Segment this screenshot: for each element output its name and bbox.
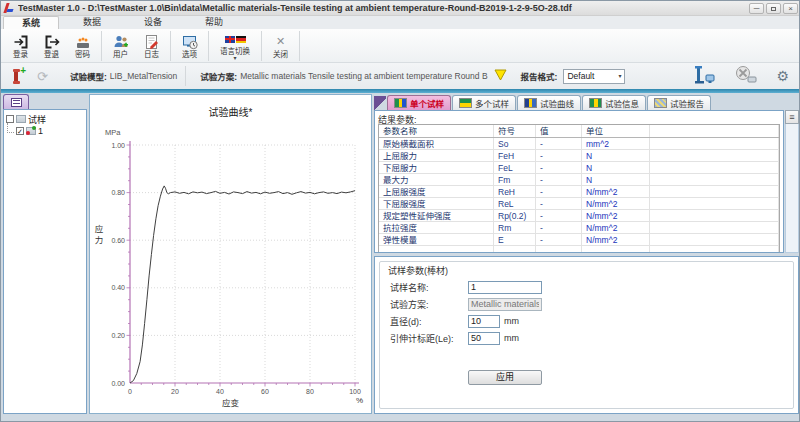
specimen-checkbox[interactable]: ✓ bbox=[16, 127, 24, 135]
table-row[interactable]: 下屈服力FeL-N bbox=[379, 162, 779, 174]
testmaster-window: TestMaster 1.0 - D:\TestMaster 1.0\Bin\d… bbox=[0, 0, 800, 422]
list-icon bbox=[11, 98, 22, 107]
table-row-empty bbox=[379, 246, 779, 253]
menu-tab-help[interactable]: 帮助 bbox=[186, 16, 242, 29]
test-scheme-value: Metallic materials Tensile testing at am… bbox=[240, 71, 487, 81]
scheme-label: 试验方案: bbox=[390, 298, 468, 311]
tree-root-label: 试样 bbox=[28, 113, 46, 126]
svg-text:0.00: 0.00 bbox=[111, 380, 125, 387]
menu-tab-system[interactable]: 系统 bbox=[3, 16, 59, 29]
tab-test-report[interactable]: 试验报告 bbox=[647, 95, 711, 110]
menu-tab-data[interactable]: 数据 bbox=[64, 16, 120, 29]
panel-menu-button[interactable]: ≡ bbox=[785, 110, 799, 124]
log-button[interactable]: 日志 bbox=[136, 30, 167, 62]
stress-strain-chart: 0204060801000.000.200.400.600.801.00 bbox=[90, 95, 373, 413]
close-button[interactable]: × bbox=[783, 3, 798, 14]
specimen-tree-panel: 试样 ✓ 1 bbox=[3, 94, 87, 414]
root-checkbox[interactable] bbox=[6, 115, 14, 123]
restore-button[interactable] bbox=[766, 3, 781, 14]
new-specimen-icon[interactable]: + bbox=[11, 68, 25, 85]
table-row[interactable]: 上屈服强度ReH-N/mm^2 bbox=[379, 186, 779, 198]
password-icon bbox=[75, 34, 91, 50]
title-bar: TestMaster 1.0 - D:\TestMaster 1.0\Bin\d… bbox=[1, 1, 800, 16]
settings-gear-icon[interactable]: ⚙ bbox=[776, 68, 789, 84]
language-flags-icon bbox=[225, 31, 246, 47]
refresh-icon[interactable]: ⟳ bbox=[37, 69, 48, 84]
toolbar-separator bbox=[170, 31, 171, 61]
vertical-scrollbar[interactable] bbox=[785, 124, 799, 253]
scheme-input bbox=[468, 298, 542, 311]
test-config-bar: + ⟳ 试验模型: LIB_MetalTension 试验方案: Metalli… bbox=[1, 63, 800, 89]
table-row[interactable]: 规定塑性延伸强度Rp(0.2)-N/mm^2 bbox=[379, 210, 779, 222]
app-logo-icon bbox=[4, 3, 14, 13]
y-axis-unit: MPa bbox=[105, 128, 120, 137]
table-row[interactable]: 原始横截面积So-mm^2 bbox=[379, 138, 779, 150]
test-info-icon bbox=[589, 98, 602, 108]
specimen-folder-icon bbox=[16, 115, 26, 123]
language-switch-button[interactable]: 语言切换 ▾ bbox=[212, 30, 258, 62]
test-model-label: 试验模型: bbox=[70, 70, 107, 82]
minimize-button[interactable]: ─ bbox=[749, 3, 764, 14]
log-icon bbox=[144, 34, 160, 50]
table-header: 参数名称 符号 值 单位 bbox=[379, 125, 779, 138]
table-row[interactable]: 抗拉强度Rm-N/mm^2 bbox=[379, 222, 779, 234]
tab-test-curve[interactable]: 试验曲线 bbox=[517, 95, 581, 110]
tab-test-info[interactable]: 试验信息 bbox=[582, 95, 646, 110]
gauge-length-label: 引伸计标距(Le): bbox=[390, 332, 468, 345]
machine-status-icon[interactable] bbox=[694, 65, 716, 87]
chevron-down-icon: ▾ bbox=[618, 74, 621, 78]
login-icon bbox=[13, 34, 29, 50]
result-tabs: 单个试样 多个试样 试验曲线 试验信息 试验报告 bbox=[374, 94, 799, 110]
tree-node-specimen-1[interactable]: ✓ 1 bbox=[15, 125, 84, 137]
tab-multi-specimen[interactable]: 多个试样 bbox=[452, 95, 516, 110]
report-format-value: Default bbox=[567, 71, 594, 81]
login-button[interactable]: 登录 bbox=[5, 30, 36, 62]
users-button[interactable]: 用户 bbox=[105, 30, 136, 62]
specimen-name-input[interactable] bbox=[468, 281, 542, 294]
x-axis-label: 应变 bbox=[90, 396, 371, 408]
table-row[interactable]: 上屈服力FeH-N bbox=[379, 150, 779, 162]
svg-text:40: 40 bbox=[216, 388, 224, 395]
test-model-value: LIB_MetalTension bbox=[110, 71, 178, 81]
svg-text:80: 80 bbox=[306, 388, 314, 395]
results-side-strip: ≡ bbox=[785, 110, 799, 253]
logout-button[interactable]: 登退 bbox=[36, 30, 67, 62]
filter-icon[interactable] bbox=[494, 69, 507, 83]
options-icon bbox=[182, 34, 198, 50]
tree-connector bbox=[7, 123, 14, 133]
window-title: TestMaster 1.0 - D:\TestMaster 1.0\Bin\d… bbox=[18, 3, 749, 13]
apply-button[interactable]: 应用 bbox=[468, 370, 542, 385]
y-axis-label: 应力 bbox=[92, 225, 104, 246]
close-tool-button[interactable]: ✕ 关闭 bbox=[265, 30, 296, 62]
chevron-down-icon: ▾ bbox=[233, 56, 236, 60]
tree-child-label: 1 bbox=[38, 126, 43, 136]
password-button[interactable]: 密码 bbox=[67, 30, 98, 62]
testbar-separator bbox=[185, 66, 186, 86]
report-format-label: 报告格式: bbox=[521, 70, 558, 82]
result-parameters-box: 结果参数: 参数名称 符号 值 单位 原始横截面积So-mm^2 上屈服力FeH… bbox=[374, 110, 784, 253]
users-icon bbox=[113, 34, 129, 50]
table-row[interactable]: 下屈服强度ReL-N/mm^2 bbox=[379, 198, 779, 210]
diameter-unit: mm bbox=[504, 316, 519, 326]
toolbar-separator bbox=[261, 31, 262, 61]
svg-text:60: 60 bbox=[261, 388, 269, 395]
table-row[interactable]: 弹性模量E-N/mm^2 bbox=[379, 234, 779, 246]
menu-bar: 系统 数据 设备 帮助 bbox=[1, 16, 800, 29]
gauge-length-input[interactable] bbox=[468, 332, 500, 345]
table-row[interactable]: 最大力Fm-N bbox=[379, 174, 779, 186]
single-specimen-icon bbox=[394, 98, 407, 108]
restore-icon bbox=[771, 7, 776, 11]
options-button[interactable]: 选项 bbox=[174, 30, 205, 62]
disconnect-status-icon[interactable] bbox=[734, 65, 758, 87]
svg-text:0: 0 bbox=[128, 388, 132, 395]
tree-node-root[interactable]: 试样 bbox=[6, 113, 84, 125]
specimen-parameters-group: 试样参数(棒材) 试样名称: 试验方案: 直径(d): mm 引伸计标距(Le)… bbox=[379, 261, 794, 409]
report-format-select[interactable]: Default ▾ bbox=[563, 69, 625, 84]
tree-tab[interactable] bbox=[3, 94, 29, 109]
toolbar-separator bbox=[101, 31, 102, 61]
menu-tab-device[interactable]: 设备 bbox=[125, 16, 181, 29]
diameter-input[interactable] bbox=[468, 315, 500, 328]
tab-single-specimen[interactable]: 单个试样 bbox=[387, 95, 451, 110]
close-tool-icon: ✕ bbox=[276, 34, 285, 50]
results-panel: 单个试样 多个试样 试验曲线 试验信息 试验报告 结果参数: bbox=[374, 94, 799, 414]
